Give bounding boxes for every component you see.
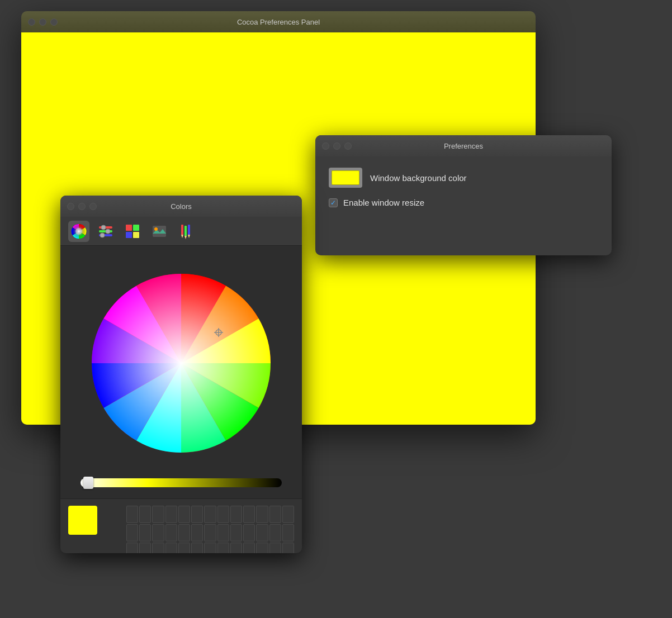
main-titlebar: Cocoa Preferences Panel — [21, 11, 536, 32]
color-sliders-tool-button[interactable] — [95, 221, 116, 242]
colors-panel-title: Colors — [171, 202, 192, 211]
palette-cell[interactable] — [282, 506, 294, 523]
palette-cell[interactable] — [243, 524, 255, 541]
svg-rect-10 — [133, 225, 139, 231]
palette-cell[interactable] — [191, 543, 203, 553]
colors-toolbar — [60, 217, 302, 246]
color-wheel-tool-button[interactable] — [68, 221, 89, 242]
colors-close-button[interactable] — [67, 203, 74, 210]
palette-cell[interactable] — [126, 543, 138, 553]
palette-cell[interactable] — [178, 543, 190, 553]
brightness-thumb[interactable] — [83, 477, 93, 489]
palette-cell[interactable] — [126, 506, 138, 523]
palette-cell[interactable] — [217, 506, 229, 523]
svg-rect-11 — [126, 232, 132, 238]
palette-cell[interactable] — [152, 543, 164, 553]
svg-point-6 — [101, 225, 106, 230]
brightness-slider-container[interactable] — [75, 475, 287, 491]
palette-cell[interactable] — [243, 543, 255, 553]
palette-cell[interactable] — [282, 543, 294, 553]
brightness-track[interactable] — [81, 478, 282, 487]
preferences-window: Preferences Window background color ✓ En… — [315, 135, 612, 255]
colors-maximize-button[interactable] — [89, 203, 97, 210]
prefs-close-button[interactable] — [322, 142, 329, 150]
palette-cell[interactable] — [230, 524, 242, 541]
image-palettes-tool-button[interactable] — [149, 221, 170, 242]
colors-body — [60, 246, 302, 498]
color-wheel-container[interactable] — [75, 257, 287, 469]
main-window-title: Cocoa Preferences Panel — [237, 18, 320, 26]
svg-rect-9 — [126, 225, 132, 231]
color-wheel-svg[interactable] — [89, 271, 273, 455]
palette-cell[interactable] — [256, 524, 268, 541]
palette-cell[interactable] — [269, 506, 281, 523]
palette-cell[interactable] — [178, 506, 190, 523]
checkmark-icon: ✓ — [330, 199, 336, 207]
main-maximize-button[interactable] — [50, 18, 58, 26]
pencils-icon — [178, 224, 194, 239]
svg-marker-16 — [181, 235, 183, 238]
palette-cell[interactable] — [139, 543, 151, 553]
palette-cell[interactable] — [165, 543, 177, 553]
window-background-color-swatch[interactable] — [332, 170, 359, 185]
palette-cell[interactable] — [191, 524, 203, 541]
prefs-traffic-lights — [322, 142, 352, 150]
svg-point-2 — [72, 224, 86, 239]
svg-point-7 — [106, 229, 110, 234]
svg-point-22 — [92, 274, 271, 453]
palette-cell[interactable] — [152, 506, 164, 523]
color-sliders-icon — [98, 224, 113, 239]
palette-cell[interactable] — [139, 524, 151, 541]
palette-cell[interactable] — [126, 524, 138, 541]
current-color-swatch[interactable] — [68, 506, 97, 535]
palette-cell[interactable] — [204, 543, 216, 553]
palette-cell[interactable] — [243, 506, 255, 523]
palette-cell[interactable] — [191, 506, 203, 523]
palette-cell[interactable] — [256, 506, 268, 523]
color-palettes-icon — [125, 224, 140, 239]
color-picker-row: Window background color — [329, 168, 598, 188]
svg-point-14 — [154, 227, 158, 231]
color-swatch-wrapper[interactable] — [329, 168, 362, 188]
svg-rect-15 — [181, 225, 183, 235]
palette-cell[interactable] — [139, 506, 151, 523]
palette-cell[interactable] — [230, 543, 242, 553]
svg-marker-18 — [184, 236, 187, 239]
checkbox-label: Enable window resize — [343, 198, 424, 207]
colors-minimize-button[interactable] — [78, 203, 86, 210]
palette-cell[interactable] — [204, 524, 216, 541]
palette-cell[interactable] — [204, 506, 216, 523]
pencils-tool-button[interactable] — [176, 221, 197, 242]
prefs-minimize-button[interactable] — [333, 142, 340, 150]
colors-titlebar: Colors — [60, 196, 302, 217]
svg-rect-12 — [133, 232, 139, 238]
enable-resize-checkbox[interactable]: ✓ — [329, 198, 338, 207]
color-wheel-icon — [71, 224, 87, 239]
colors-traffic-lights — [67, 203, 97, 210]
palette-cell[interactable] — [217, 543, 229, 553]
palette-cell[interactable] — [217, 524, 229, 541]
svg-point-8 — [100, 233, 105, 237]
colors-panel: Colors — [60, 196, 302, 553]
palette-cell[interactable] — [178, 524, 190, 541]
color-palette-grid — [126, 506, 294, 553]
prefs-content: Window background color ✓ Enable window … — [315, 156, 612, 218]
prefs-window-title: Preferences — [444, 142, 483, 150]
palette-cell[interactable] — [269, 543, 281, 553]
main-close-button[interactable] — [28, 18, 35, 26]
palette-cell[interactable] — [165, 524, 177, 541]
prefs-maximize-button[interactable] — [344, 142, 352, 150]
prefs-titlebar: Preferences — [315, 135, 612, 156]
palette-cell[interactable] — [230, 506, 242, 523]
color-label: Window background color — [370, 173, 467, 183]
palette-cell[interactable] — [152, 524, 164, 541]
svg-marker-20 — [188, 235, 190, 238]
palette-cell[interactable] — [165, 506, 177, 523]
palette-cell[interactable] — [256, 543, 268, 553]
checkbox-row: ✓ Enable window resize — [329, 198, 598, 207]
palette-cell[interactable] — [269, 524, 281, 541]
main-minimize-button[interactable] — [39, 18, 46, 26]
color-palettes-tool-button[interactable] — [122, 221, 143, 242]
palette-cell[interactable] — [282, 524, 294, 541]
svg-rect-19 — [188, 225, 190, 235]
